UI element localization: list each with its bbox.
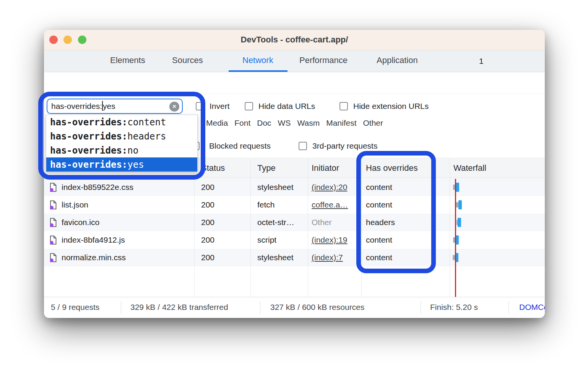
domcontentloaded-marker-line (455, 179, 456, 297)
table-row[interactable]: favicon.ico 200 octet-str… Other headers (44, 214, 545, 231)
invert-label: Invert (210, 102, 230, 111)
table-row[interactable]: normalize.min.css 200 stylesheet (index)… (44, 249, 545, 266)
request-has-overrides: content (361, 231, 450, 249)
request-type: fetch (250, 196, 308, 214)
waterfall-download-bar (458, 200, 462, 209)
column-header-type[interactable]: Type (250, 158, 308, 178)
requests-count: 5 / 9 requests (51, 303, 99, 312)
divider (260, 301, 260, 314)
request-has-overrides: headers (361, 214, 450, 231)
type-chip-ws[interactable]: WS (278, 118, 291, 128)
request-type: script (250, 231, 308, 249)
file-icon (49, 235, 57, 245)
hide-data-urls-checkbox[interactable] (245, 102, 253, 110)
filter-suggestions-dropdown: has-overrides:content has-overrides:head… (46, 115, 198, 172)
title-bar: DevTools - coffee-cart.app/ (44, 30, 545, 50)
filter-input[interactable]: has-overrides:yes × (47, 99, 183, 114)
table-row[interactable]: index-8bfa4912.js 200 script (index):19 … (44, 231, 545, 249)
tab-performance[interactable]: Performance (299, 55, 348, 65)
tab-elements[interactable]: Elements (110, 55, 145, 65)
devtools-tab-bar: Elements Sources Network Performance App… (44, 50, 545, 72)
resources-size: 327 kB / 600 kB resources (270, 303, 364, 312)
file-icon (49, 218, 57, 227)
type-chip-font[interactable]: Font (234, 118, 250, 128)
request-status: 200 (194, 196, 250, 214)
request-status: 200 (194, 178, 250, 196)
divider (121, 301, 121, 314)
console-message-count: 1 (479, 57, 484, 66)
invert-checkbox[interactable] (196, 102, 204, 110)
domcontentloaded-time: DOMContentL (519, 303, 545, 312)
requests-table-body: index-b859522e.css 200 stylesheet (index… (44, 178, 545, 266)
clear-filter-icon[interactable]: × (169, 102, 179, 112)
request-has-overrides: content (361, 196, 450, 214)
request-status: 200 (194, 231, 250, 249)
type-chip-doc[interactable]: Doc (257, 118, 271, 128)
request-status: 200 (194, 214, 250, 231)
waterfall-download-bar (458, 218, 461, 227)
finish-time: Finish: 5.20 s (430, 303, 478, 312)
hide-extension-urls-label: Hide extension URLs (353, 102, 429, 111)
waterfall-wait-bar (456, 202, 458, 207)
column-divider[interactable] (250, 158, 251, 297)
table-row[interactable]: list.json 200 fetch coffee.a… content (44, 196, 545, 214)
hide-data-urls-label: Hide data URLs (258, 102, 315, 111)
devtools-window: DevTools - coffee-cart.app/ Elements Sou… (44, 30, 545, 318)
column-header-waterfall[interactable]: Waterfall (450, 158, 545, 178)
type-chip-wasm[interactable]: Wasm (297, 118, 320, 128)
request-name: index-b859522e.css (62, 183, 133, 192)
column-header-initiator[interactable]: Initiator (308, 158, 361, 178)
third-party-requests-checkbox[interactable] (299, 142, 307, 150)
transferred-size: 329 kB / 422 kB transferred (130, 303, 228, 312)
request-type: octet-str… (250, 214, 308, 231)
network-panel-content: has-overrides:yes × Invert Hide data URL… (44, 94, 545, 297)
resource-type-chips: Media Font Doc WS Wasm Manifest Other (206, 118, 383, 128)
filter-text-prefix: has-overrides: (51, 102, 102, 111)
column-divider[interactable] (308, 158, 308, 297)
waterfall-download-bar (456, 183, 459, 192)
suggestion-item[interactable]: has-overrides:content (46, 115, 197, 129)
request-has-overrides: content (361, 249, 450, 266)
column-divider[interactable] (361, 158, 362, 297)
request-initiator-link[interactable]: Other (312, 218, 332, 227)
request-status: 200 (194, 249, 250, 266)
request-initiator-link[interactable]: (index):7 (312, 253, 343, 262)
type-chip-other[interactable]: Other (363, 118, 383, 128)
suggestion-item[interactable]: has-overrides:no (46, 143, 197, 157)
table-row[interactable]: index-b859522e.css 200 stylesheet (index… (44, 178, 545, 196)
status-bar: 5 / 9 requests 329 kB / 422 kB transferr… (44, 297, 545, 318)
suggestion-item[interactable]: has-overrides:headers (46, 129, 197, 143)
request-type: stylesheet (250, 249, 308, 266)
tab-application[interactable]: Application (377, 55, 418, 65)
request-initiator-link[interactable]: coffee.a… (312, 200, 348, 209)
filter-text-typed: yes (103, 102, 115, 111)
request-name: index-8bfa4912.js (62, 235, 125, 245)
waterfall-download-bar (456, 235, 459, 245)
type-chip-manifest[interactable]: Manifest (326, 118, 356, 128)
request-type: stylesheet (250, 178, 308, 196)
tab-sources[interactable]: Sources (172, 55, 203, 65)
third-party-requests-label: 3rd-party requests (312, 141, 377, 151)
request-initiator-link[interactable]: (index):19 (312, 235, 347, 245)
file-icon (49, 183, 57, 192)
file-icon (49, 200, 57, 210)
request-name: normalize.min.css (62, 253, 126, 262)
request-name: list.json (62, 200, 88, 209)
request-has-overrides: content (361, 178, 450, 196)
network-toolbar: Preserve log Disable cache No throttling… (44, 72, 545, 94)
column-header-status[interactable]: Status (194, 158, 250, 178)
hide-extension-urls-checkbox[interactable] (339, 102, 348, 110)
column-header-has-overrides[interactable]: Has overrides (361, 158, 450, 178)
request-name: favicon.ico (62, 218, 99, 227)
suggestion-item-selected[interactable]: has-overrides:yes (46, 157, 197, 172)
request-initiator-link[interactable]: (index):20 (312, 183, 347, 192)
type-chip-media[interactable]: Media (206, 118, 228, 128)
selected-tab-indicator (229, 70, 288, 72)
column-divider[interactable] (450, 158, 450, 297)
file-icon (49, 253, 57, 263)
column-divider[interactable] (194, 158, 195, 297)
divider (421, 301, 421, 314)
divider (508, 301, 509, 314)
tab-network[interactable]: Network (242, 55, 273, 65)
window-title: DevTools - coffee-cart.app/ (44, 35, 545, 45)
